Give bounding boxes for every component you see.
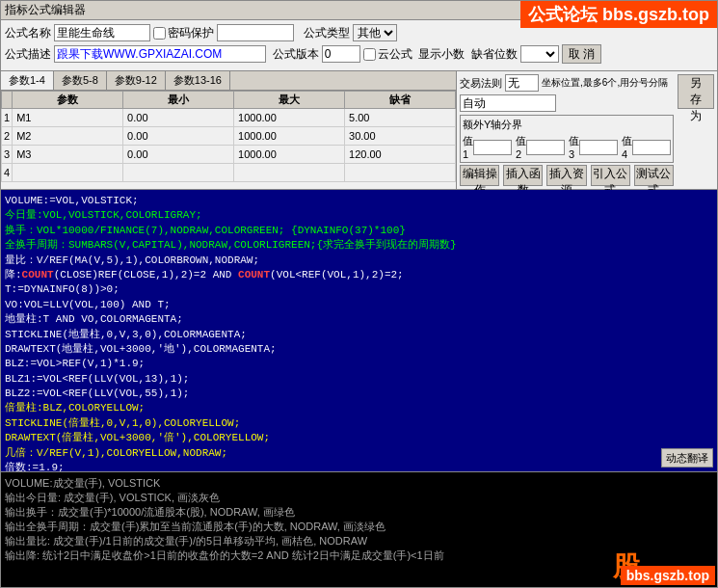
row2-name-input[interactable] [14,128,120,144]
row4-min[interactable] [123,164,234,182]
row1-name-input[interactable] [14,110,120,125]
code-line: 几倍：V/REF(V,1),COLORYELLOW,NODRAW; [5,446,713,461]
row3-min-input[interactable] [125,147,231,162]
code-line-highlight: 降:COUNT(CLOSE)REF(CLOSE,1),2)=2 AND COUN… [5,268,713,282]
code-line: STICKLINE(倍量柱,0,V,1,0),COLORYELLOW; [5,416,713,431]
formula-desc-label: 公式描述 [5,46,51,63]
col-min: 最小 [123,92,234,109]
outer-y-inputs: 值1 值2 值3 值4 [463,134,671,160]
params-tab-1-4[interactable]: 参数1-4 [1,71,54,90]
cloud-checkbox[interactable] [363,48,376,61]
row1-num: 1 [2,109,13,127]
row3-default-input[interactable] [347,147,453,162]
title-text: 指标公式编辑器 [5,2,86,18]
main-content: VOLUME:=VOL,VOLSTICK; 今日量:VOL,VOLSTICK,C… [1,190,717,471]
code-line: 今日量:VOL,VOLSTICK,COLORLIGRAY; [5,208,713,223]
password-input[interactable] [217,24,294,41]
table-row: 3 [2,146,456,164]
val2-label: 值2 [516,134,526,160]
params-section: 参数1-4 参数5-8 参数9-12 参数13-16 参数 最小 最大 缺省 [1,71,717,190]
row3-default[interactable] [345,146,456,164]
val2-input[interactable] [526,140,565,155]
row1-default[interactable] [345,109,456,127]
params-tabs: 参数1-4 参数5-8 参数9-12 参数13-16 [1,71,456,91]
row4-name[interactable] [13,164,123,182]
another-save-button[interactable]: 另存为 [678,74,714,109]
import-formula-button[interactable]: 引入公式 [591,165,630,186]
code-area[interactable]: VOLUME:=VOL,VOLSTICK; 今日量:VOL,VOLSTICK,C… [1,190,717,471]
coord-input[interactable] [460,94,556,112]
row1-min-input[interactable] [125,110,231,125]
row4-max-input[interactable] [236,165,342,180]
formula-type-select[interactable]: 其他 [353,24,397,41]
default-select[interactable] [520,45,559,63]
decimal-label: 显示小数 [418,46,465,63]
edit-button[interactable]: 编辑操作 [460,165,499,186]
formula-type-label: 公式类型 [304,25,350,41]
row4-max[interactable] [234,164,345,182]
cancel-button[interactable]: 取 消 [562,44,601,64]
code-line: VO:VOL=LLV(VOL,100) AND T; [5,298,713,312]
params-tab-13-16[interactable]: 参数13-16 [166,71,230,90]
code-line: DRAWTEXT(地量柱,VOL+3000,'地'),COLORMAGENTA; [5,342,713,357]
row3-num: 3 [2,146,13,164]
insert-func-button[interactable]: 插入函数 [503,165,543,186]
val4-input[interactable] [632,140,671,155]
formula-desc-input[interactable] [54,45,266,63]
row2-default[interactable] [345,127,456,146]
row1-min[interactable] [123,109,234,127]
desc-line-3: 输出换手：成交量(手)*10000/流通股本(股), NODRAW, 画绿色 [5,505,713,520]
col-max: 最大 [234,92,345,109]
formula-name-input[interactable] [54,24,150,41]
row2-min-input[interactable] [125,128,231,144]
row3-name-input[interactable] [14,147,120,162]
code-line: BLZ:=VOL>REF(V,1)*1.9; [5,357,713,371]
row4-default[interactable] [345,164,456,182]
row3-max-input[interactable] [236,147,342,162]
insert-resource-button[interactable]: 插入资源 [546,165,586,186]
row3-name[interactable] [13,146,123,164]
outer-y-val2: 值2 [516,134,565,160]
code-line: 倍数:=1.9; [5,461,713,471]
val3-input[interactable] [579,140,618,155]
params-right: 交易法则 坐标位置,最多6个,用分号分隔 额外Y轴分界 值1 [457,71,717,189]
row2-name[interactable] [13,127,123,146]
formula-version-label: 公式版本 [273,46,319,63]
code-line: 地量柱:T AND VO,COLORMAGENTA; [5,312,713,327]
row4-default-input[interactable] [347,165,453,180]
code-line: 全换手周期：SUMBARS(V,CAPITAL),NODRAW,COLORLIG… [5,238,713,253]
trade-rule-label: 交易法则 [460,76,502,91]
watermark-top: 公式论坛 bbs.gszb.top [520,1,717,28]
desc-line-2: 输出今日量: 成交量(手), VOLSTICK, 画淡灰色 [5,491,713,505]
row4-min-input[interactable] [125,165,231,180]
params-tab-5-8[interactable]: 参数5-8 [54,71,107,90]
row4-name-input[interactable] [14,165,120,180]
trade-rule-input[interactable] [505,74,539,92]
formula-name-label: 公式名称 [5,25,51,41]
row3-min[interactable] [123,146,234,164]
val1-input[interactable] [473,140,512,155]
code-line: BLZ1:=VOL<REF(LLV(VOL,13),1); [5,372,713,387]
row1-default-input[interactable] [347,110,453,125]
table-row: 1 [2,109,456,127]
params-tab-9-12[interactable]: 参数9-12 [107,71,166,90]
row3-max[interactable] [234,146,345,164]
col-name: 参数 [13,92,123,109]
test-button[interactable]: 测试公式 [634,165,674,186]
bottom-watermark: bbs.gszb.top [621,566,715,585]
action-btns: 编辑操作 插入函数 插入资源 引入公式 测试公式 [460,165,674,186]
row1-max[interactable] [234,109,345,127]
row1-max-input[interactable] [236,110,342,125]
table-row: 2 [2,127,456,146]
row2-max[interactable] [234,127,345,146]
row2-default-input[interactable] [347,128,453,144]
row2-max-input[interactable] [236,128,342,144]
password-checkbox[interactable] [153,27,166,40]
formula-version-input[interactable] [322,45,360,63]
row2-min[interactable] [123,127,234,146]
val1-label: 值1 [463,134,473,160]
outer-y-val1: 值1 [463,134,512,160]
code-line: 量比：V/REF(MA(V,5),1),COLORBROWN,NODRAW; [5,254,713,268]
translate-button[interactable]: 动态翻译 [661,448,713,468]
row1-name[interactable] [13,109,123,127]
